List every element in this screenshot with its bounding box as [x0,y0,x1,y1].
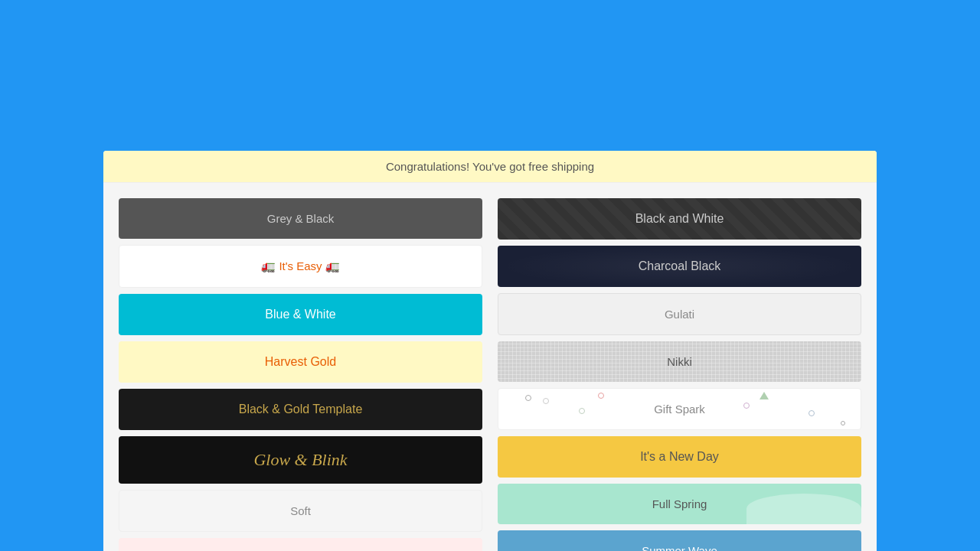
template-gulati[interactable]: Gulati [498,293,861,335]
template-label: Charcoal Black [639,259,721,272]
template-label: Soft [290,504,311,517]
template-label: Summer Wave [642,544,717,551]
template-label: Gulati [665,308,694,321]
template-nikki[interactable]: Nikki [498,341,861,382]
template-new-day[interactable]: It's a New Day [498,436,861,478]
right-column: Black and White Charcoal Black Gulati Ni… [498,198,861,551]
template-label: Gift Spark [654,403,705,416]
template-blue-white[interactable]: Blue & White [119,294,482,335]
template-label: Blue & White [265,308,335,321]
template-soft[interactable]: Soft [119,490,482,532]
template-good-mood[interactable]: ☐Good Mood ☐ [119,538,482,551]
template-label: Full Spring [652,497,707,510]
template-label: 🚛 It's Easy 🚛 [261,259,340,272]
template-glow-blink[interactable]: Glow & Blink [119,436,482,484]
template-label: Grey & Black [267,212,335,225]
banner-text: Congratulations! You've got free shippin… [386,160,594,173]
template-label: Harvest Gold [265,355,336,368]
template-black-white[interactable]: Black and White [498,198,861,240]
left-column: Grey & Black 🚛 It's Easy 🚛 Blue & White … [119,198,482,551]
main-container: Congratulations! You've got free shippin… [103,151,877,551]
template-grey-black[interactable]: Grey & Black [119,198,482,239]
template-label: It's a New Day [640,450,719,463]
template-full-spring[interactable]: Full Spring [498,484,861,524]
content-area: Grey & Black 🚛 It's Easy 🚛 Blue & White … [103,183,877,551]
template-gift-spark[interactable]: Gift Spark [498,388,861,430]
template-label: Black and White [635,212,724,225]
template-label: Nikki [667,355,692,368]
template-harvest-gold[interactable]: Harvest Gold [119,341,482,383]
template-summer-wave[interactable]: Summer Wave [498,530,861,551]
template-its-easy[interactable]: 🚛 It's Easy 🚛 [119,245,482,288]
template-charcoal-black[interactable]: Charcoal Black [498,246,861,287]
template-label: Glow & Blink [253,450,347,469]
template-black-gold[interactable]: Black & Gold Template [119,389,482,430]
template-label: Black & Gold Template [239,403,363,416]
shipping-banner: Congratulations! You've got free shippin… [103,151,877,183]
